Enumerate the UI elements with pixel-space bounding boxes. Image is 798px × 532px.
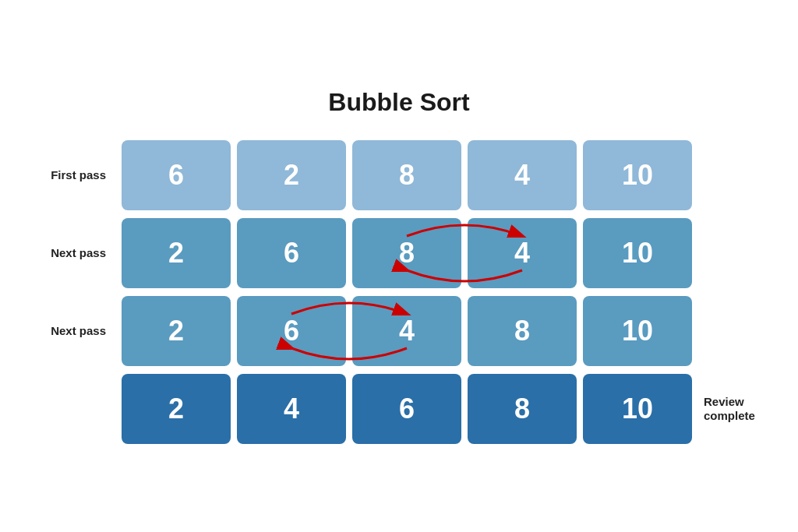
page-title: Bubble Sort	[328, 88, 469, 117]
cell-r1-c3: 4	[468, 218, 577, 288]
cells-wrapper-2: 264810	[122, 296, 692, 366]
cell-r1-c1: 6	[237, 218, 346, 288]
cells-wrapper-1: 268410	[122, 218, 692, 288]
label-first-pass: First pass	[28, 168, 122, 182]
cell-r1-c4: 10	[583, 218, 692, 288]
cells-1: 268410	[122, 218, 692, 288]
cell-r3-c1: 4	[237, 374, 346, 444]
label-next-pass-2: Next pass	[28, 324, 122, 338]
cell-r1-c0: 2	[122, 218, 231, 288]
grid-area: First pass628410Next pass268410Next pass…	[28, 140, 770, 444]
cell-r0-c0: 6	[122, 140, 231, 210]
cells-2: 264810	[122, 296, 692, 366]
row-next-pass-1: Next pass268410	[28, 218, 770, 288]
cell-r1-c2: 8	[352, 218, 461, 288]
cell-r3-c4: 10	[583, 374, 692, 444]
cell-r0-c4: 10	[583, 140, 692, 210]
cell-r0-c1: 2	[237, 140, 346, 210]
cell-r2-c4: 10	[583, 296, 692, 366]
cells-wrapper-3: 246810	[122, 374, 692, 444]
cell-r3-c2: 6	[352, 374, 461, 444]
cell-r0-c2: 8	[352, 140, 461, 210]
cell-r2-c0: 2	[122, 296, 231, 366]
cells-wrapper-0: 628410	[122, 140, 692, 210]
cells-0: 628410	[122, 140, 692, 210]
row-first-pass: First pass628410	[28, 140, 770, 210]
cell-r0-c3: 4	[468, 140, 577, 210]
main-container: Bubble Sort First pass628410Next pass268…	[28, 88, 770, 444]
row-next-pass-2: Next pass264810	[28, 296, 770, 366]
cells-3: 246810	[122, 374, 692, 444]
cell-r3-c0: 2	[122, 374, 231, 444]
cell-r3-c3: 8	[468, 374, 577, 444]
row-final: 246810Review complete	[28, 374, 770, 444]
cell-r2-c1: 6	[237, 296, 346, 366]
cell-r2-c2: 4	[352, 296, 461, 366]
label-next-pass-1: Next pass	[28, 246, 122, 260]
cell-r2-c3: 8	[468, 296, 577, 366]
suffix-3: Review complete	[692, 395, 770, 423]
